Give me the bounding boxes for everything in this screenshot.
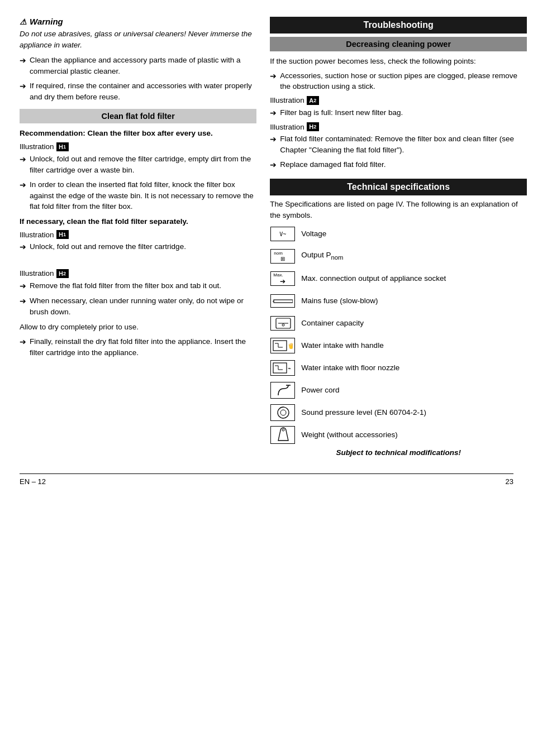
container-label: Container capacity: [301, 318, 527, 329]
voltage-label: Voltage: [301, 229, 527, 240]
tech-intro: The Specifications are listed on page IV…: [270, 199, 527, 221]
trouble-bullet-1-text: Accessories, suction hose or suction pip…: [280, 70, 527, 92]
badge-a2: A2: [307, 96, 319, 105]
arrow-icon: ➔: [270, 71, 277, 92]
sound-label: Sound pressure level (EN 60704-2-1): [301, 408, 527, 418]
water-nozzle-icon: ⌁: [270, 360, 295, 376]
illustration-h2-label-right: Illustration H2: [270, 122, 527, 131]
weight-icon: [270, 426, 295, 444]
clean-bullet-4-text: Remove the flat fold filter from the fil…: [30, 280, 221, 292]
fuse-svg: [273, 296, 293, 305]
svg-text:🖐: 🖐: [288, 342, 293, 350]
weight-svg: [273, 427, 293, 443]
illustration-h1-label-2: Illustration H1: [20, 230, 256, 239]
arrow-icon: ➔: [270, 134, 277, 155]
tech-row-output: nom ⊞ Output Pnom: [270, 247, 527, 265]
tech-symbols-table: V~ Voltage nom ⊞: [270, 225, 527, 444]
power-cord-svg: [273, 383, 293, 398]
tech-row-container: Container capacity: [270, 314, 527, 332]
clean-bullet-3-text: Unlock, fold out and remove the filter c…: [30, 241, 186, 253]
trouble-bullet-3-text: Flat fold filter contaminated: Remove th…: [280, 133, 527, 155]
water-nozzle-svg: ⌁: [273, 361, 293, 375]
warning-heading: Warning: [30, 17, 63, 26]
svg-rect-6: [273, 341, 287, 351]
illustration-a2-label: Illustration A2: [270, 96, 527, 105]
decreasing-header: Decreasing cleaning power: [270, 37, 527, 51]
clean-bullet-5: ➔ When necessary, clean under running wa…: [20, 295, 256, 317]
arrow-icon: ➔: [20, 281, 26, 292]
svg-text:⌁: ⌁: [288, 365, 291, 371]
troubleshooting-intro: If the suction power becomes less, check…: [270, 56, 527, 67]
troubleshooting-header: Troubleshooting: [270, 17, 527, 34]
power-cord-label: Power cord: [301, 385, 527, 396]
max-icon-cell: Max. ➔: [270, 271, 296, 286]
arrow-icon: ➔: [20, 180, 26, 212]
tech-row-water-nozzle: ⌁ Water intake with floor nozzle: [270, 359, 527, 377]
sound-icon-cell: [270, 404, 296, 421]
tech-row-voltage: V~ Voltage: [270, 225, 527, 243]
output-icon-cell: nom ⊞: [270, 249, 296, 264]
arrow-icon: ➔: [20, 296, 26, 317]
svg-point-13: [282, 429, 284, 431]
allow-dry-text: Allow to dry completely prior to use.: [20, 322, 256, 333]
badge-h2: H2: [56, 269, 69, 278]
weight-label: Weight (without accessories): [301, 430, 527, 441]
container-svg: [273, 317, 293, 329]
arrow-icon: ➔: [270, 108, 277, 119]
footer-left: EN – 12: [20, 477, 46, 486]
badge-h1-2: H1: [56, 230, 69, 239]
arrow-icon: ➔: [20, 81, 26, 102]
subject-line: Subject to technical modifications!: [270, 448, 527, 457]
clean-bullet-5-text: When necessary, clean under running wate…: [30, 295, 256, 317]
badge-h2-right: H2: [307, 122, 319, 131]
fuse-icon-cell: [270, 294, 296, 308]
recommendation-text: Recommendation: Clean the filter box aft…: [20, 128, 256, 139]
water-handle-svg: 🖐: [273, 339, 293, 352]
weight-icon-cell: [270, 426, 296, 444]
arrow-icon: ➔: [20, 242, 26, 253]
trouble-bullet-2: ➔ Filter bag is full: Insert new filter …: [270, 107, 527, 119]
illustration-h1-label-1: Illustration H1: [20, 142, 256, 151]
power-cord-icon: [270, 382, 295, 399]
warning-text: Do not use abrasives, glass or universal…: [20, 28, 256, 50]
clean-bullet-1: ➔ Unlock, fold out and remove the filter…: [20, 154, 256, 175]
warning-icon: ⚠: [20, 17, 27, 26]
trouble-bullet-4: ➔ Replace damaged flat fold filter.: [270, 159, 527, 171]
badge-h1-1: H1: [56, 142, 69, 151]
voltage-icon: V~: [270, 227, 295, 241]
arrow-icon: ➔: [270, 160, 277, 171]
clean-filter-header: Clean flat fold filter: [20, 109, 256, 123]
clean-bullet-2-text: In order to clean the inserted flat fold…: [30, 179, 256, 212]
water-nozzle-icon-cell: ⌁: [270, 360, 296, 376]
clean-bullet-3: ➔ Unlock, fold out and remove the filter…: [20, 241, 256, 253]
fuse-label: Mains fuse (slow-blow): [301, 296, 527, 307]
illustration-word-h2: Illustration: [270, 123, 304, 131]
trouble-bullet-4-text: Replace damaged flat fold filter.: [280, 159, 386, 171]
power-cord-icon-cell: [270, 382, 296, 399]
warning-bullet-1: ➔ Clean the appliance and accessory part…: [20, 55, 256, 76]
clean-bullet-2: ➔ In order to clean the inserted flat fo…: [20, 179, 256, 212]
if-necessary-text: If necessary, clean the flat fold filter…: [20, 216, 256, 227]
arrow-icon: ➔: [20, 55, 26, 76]
sound-svg: [273, 405, 293, 420]
water-handle-icon-cell: 🖐: [270, 338, 296, 353]
trouble-bullet-3: ➔ Flat fold filter contaminated: Remove …: [270, 133, 527, 155]
left-column: ⚠ Warning Do not use abrasives, glass or…: [20, 17, 256, 457]
tech-row-power-cord: Power cord: [270, 381, 527, 399]
fuse-icon: [270, 294, 295, 308]
water-nozzle-label: Water intake with floor nozzle: [301, 363, 527, 374]
arrow-icon: ➔: [20, 154, 26, 175]
water-handle-label: Water intake with handle: [301, 341, 527, 351]
trouble-bullet-1: ➔ Accessories, suction hose or suction p…: [270, 70, 527, 92]
footer-right: 23: [506, 477, 513, 486]
tech-row-fuse: Mains fuse (slow-blow): [270, 292, 527, 310]
svg-point-12: [280, 410, 286, 415]
arrow-icon: ➔: [20, 337, 26, 358]
svg-point-5: [282, 324, 284, 326]
svg-point-11: [278, 407, 289, 418]
trouble-bullet-2-text: Filter bag is full: Insert new filter ba…: [280, 107, 403, 119]
page-container: ⚠ Warning Do not use abrasives, glass or…: [20, 17, 513, 457]
tech-row-water-handle: 🖐 Water intake with handle: [270, 337, 527, 355]
tech-row-weight: Weight (without accessories): [270, 426, 527, 444]
warning-title: ⚠ Warning: [20, 17, 256, 26]
